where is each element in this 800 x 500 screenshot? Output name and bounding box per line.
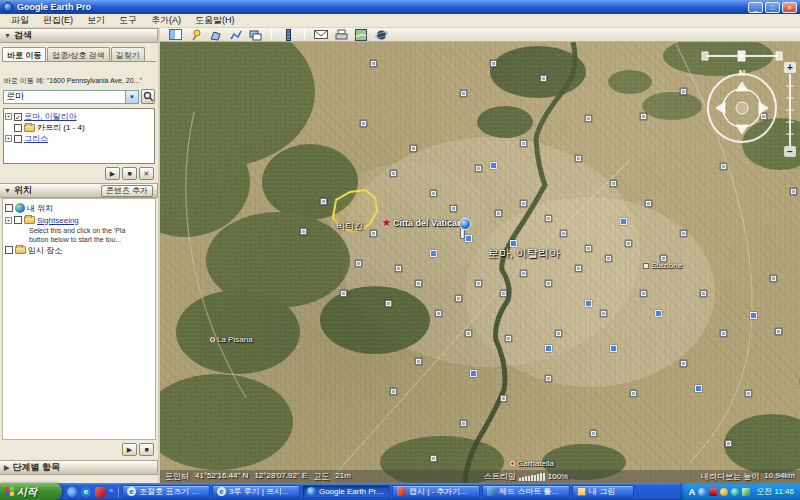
result-label[interactable]: 로마, 이탈리아 [24, 111, 76, 122]
task-button[interactable]: 제드 스마트 틀... [482, 485, 570, 498]
photo-overlay-icon[interactable] [605, 255, 612, 262]
chevron-down-icon[interactable]: ▼ [125, 91, 138, 103]
map-label[interactable]: 로마, 이탈리아 [488, 246, 560, 261]
photo-overlay-icon[interactable] [720, 330, 727, 337]
map-label[interactable]: La Pisana [210, 335, 253, 344]
photo-overlay-icon[interactable] [680, 230, 687, 237]
photo-overlay-icon[interactable] [790, 188, 797, 195]
photo-overlay-icon[interactable] [475, 280, 482, 287]
checkbox[interactable] [14, 135, 22, 143]
search-result-row[interactable]: 카프리 (1 - 4) [5, 122, 153, 133]
photo-overlay-icon[interactable] [545, 375, 552, 382]
checkbox[interactable]: ✓ [14, 113, 22, 121]
photo-overlay-icon[interactable] [390, 170, 397, 177]
checkbox[interactable] [14, 216, 22, 224]
photo-overlay-icon[interactable] [700, 290, 707, 297]
photo-overlay-icon[interactable] [745, 390, 752, 397]
ruler-icon[interactable] [281, 29, 295, 41]
photo-overlay-icon[interactable] [680, 360, 687, 367]
expand-icon[interactable]: + [5, 217, 12, 224]
photo-overlay-icon[interactable] [415, 358, 422, 365]
search-result-marker[interactable] [456, 218, 472, 240]
photo-overlay-icon[interactable] [545, 280, 552, 287]
task-button[interactable]: Google Earth Pro... [302, 485, 390, 498]
poi-icon[interactable] [430, 250, 437, 257]
photo-overlay-icon[interactable] [495, 210, 502, 217]
photo-overlay-icon[interactable] [430, 455, 437, 462]
menu-item-3[interactable]: 도구 [112, 14, 144, 27]
photo-overlay-icon[interactable] [520, 270, 527, 277]
tree-item-sightseeing[interactable]: + Sightseeing [5, 214, 153, 226]
photo-overlay-icon[interactable] [555, 330, 562, 337]
play-tour-button[interactable]: ▶ [105, 167, 120, 180]
checkbox[interactable] [5, 246, 13, 254]
photo-overlay-icon[interactable] [645, 200, 652, 207]
ime-tray-icon[interactable]: A [689, 488, 696, 496]
photo-overlay-icon[interactable] [725, 440, 732, 447]
poi-icon[interactable] [695, 385, 702, 392]
poi-icon[interactable] [490, 162, 497, 169]
photo-overlay-icon[interactable] [505, 335, 512, 342]
photo-overlay-icon[interactable] [435, 310, 442, 317]
result-label[interactable]: 그리스 [24, 133, 48, 144]
email-icon[interactable] [314, 29, 328, 41]
photo-overlay-icon[interactable] [415, 280, 422, 287]
poi-icon[interactable] [545, 345, 552, 352]
close-button[interactable]: × [782, 2, 797, 13]
minimize-button[interactable]: _ [748, 2, 763, 13]
poi-icon[interactable] [610, 345, 617, 352]
photo-overlay-icon[interactable] [340, 290, 347, 297]
photo-overlay-icon[interactable] [430, 190, 437, 197]
photo-overlay-icon[interactable] [320, 198, 327, 205]
start-button[interactable]: 시작 [0, 483, 62, 500]
blue-tray-icon[interactable] [698, 488, 706, 496]
photo-overlay-icon[interactable] [590, 430, 597, 437]
photo-overlay-icon[interactable] [585, 115, 592, 122]
stop-tour-button[interactable]: ■ [122, 167, 137, 180]
photo-overlay-icon[interactable] [575, 155, 582, 162]
menu-item-0[interactable]: 파일 [4, 14, 36, 27]
pen-tray-icon[interactable] [742, 488, 750, 496]
photo-overlay-icon[interactable] [500, 290, 507, 297]
photo-overlay-icon[interactable] [360, 120, 367, 127]
map-label[interactable]: 바티칸 [336, 220, 363, 233]
photo-overlay-icon[interactable] [300, 228, 307, 235]
overlay-icon[interactable] [248, 29, 262, 41]
overflow-chevron-icon[interactable]: » [109, 487, 113, 497]
task-button[interactable]: 캡시 | - 추가기... [392, 485, 480, 498]
menu-item-4[interactable]: 추가(A) [144, 14, 188, 27]
tab-2[interactable]: 길찾기 [111, 47, 145, 61]
photo-overlay-icon[interactable] [465, 330, 472, 337]
navigation-controls[interactable]: N + − [700, 46, 800, 166]
menu-item-5[interactable]: 도움말(H) [188, 14, 242, 27]
polygon-icon[interactable] [208, 29, 222, 41]
photo-overlay-icon[interactable] [545, 215, 552, 222]
photo-overlay-icon[interactable] [455, 295, 462, 302]
task-button[interactable]: 내 그림 [572, 485, 634, 498]
photo-overlay-icon[interactable] [460, 90, 467, 97]
photo-overlay-icon[interactable] [520, 140, 527, 147]
photo-overlay-icon[interactable] [625, 240, 632, 247]
photo-overlay-icon[interactable] [520, 200, 527, 207]
media-quicklaunch-icon[interactable] [67, 487, 77, 497]
photo-overlay-icon[interactable] [680, 88, 687, 95]
tree-item-my-places[interactable]: 내 위치 [5, 202, 153, 214]
menu-item-1[interactable]: 편집(E) [36, 14, 80, 27]
search-combobox[interactable]: ▼ [3, 90, 139, 104]
poi-icon[interactable] [750, 312, 757, 319]
maps-icon[interactable] [354, 29, 368, 41]
tab-1[interactable]: 업종/상호 검색 [47, 47, 109, 61]
photo-overlay-icon[interactable] [775, 328, 782, 335]
places-panel-header[interactable]: ▼ 위치 콘텐츠 추가 [0, 183, 158, 198]
search-input[interactable] [4, 91, 125, 103]
sky-icon[interactable] [374, 29, 388, 41]
photo-overlay-icon[interactable] [630, 390, 637, 397]
photo-overlay-icon[interactable] [770, 275, 777, 282]
sidebar-icon[interactable] [168, 29, 182, 41]
photo-overlay-icon[interactable] [600, 310, 607, 317]
photo-overlay-icon[interactable] [355, 260, 362, 267]
photo-overlay-icon[interactable] [475, 165, 482, 172]
photo-overlay-icon[interactable] [585, 245, 592, 252]
photo-overlay-icon[interactable] [575, 265, 582, 272]
result-label[interactable]: 카프리 (1 - 4) [37, 122, 85, 133]
